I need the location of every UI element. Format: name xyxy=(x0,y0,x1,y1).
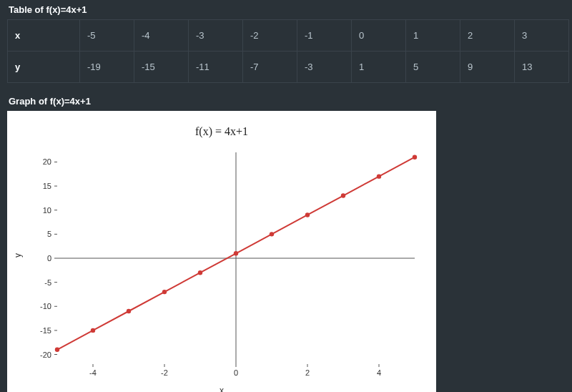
svg-point-37 xyxy=(305,212,310,217)
svg-text:-10: -10 xyxy=(40,302,51,310)
table-cell: 2 xyxy=(460,20,515,52)
table-cell: 13 xyxy=(515,52,569,83)
svg-text:0: 0 xyxy=(47,254,51,263)
svg-text:5: 5 xyxy=(47,230,51,238)
chart-section: Graph of f(x)=4x+1 f(x) = 4x+1 y x -20-1… xyxy=(7,96,569,392)
svg-point-34 xyxy=(198,270,202,275)
svg-text:20: 20 xyxy=(43,157,51,166)
svg-point-30 xyxy=(55,348,59,352)
graph-title: Graph of f(x)=4x+1 xyxy=(9,96,569,107)
svg-text:-2: -2 xyxy=(161,368,168,377)
table-cell: -5 xyxy=(80,20,134,52)
svg-text:10: 10 xyxy=(43,206,51,215)
plot-svg: -20-15-10-505101520-4-2024 xyxy=(57,152,415,364)
table-cell: -11 xyxy=(189,52,243,83)
svg-text:-5: -5 xyxy=(44,278,51,287)
table-cell: 1 xyxy=(406,20,460,52)
svg-point-35 xyxy=(234,251,238,255)
table-cell: -3 xyxy=(189,20,243,52)
table-cell: -7 xyxy=(243,52,297,83)
page-root: Table of f(x)=4x+1 x -5 -4 -3 -2 -1 0 1 … xyxy=(0,0,572,392)
table-cell: 0 xyxy=(352,20,406,52)
row-y-label: y xyxy=(8,52,80,83)
svg-point-39 xyxy=(377,174,381,178)
svg-point-32 xyxy=(127,309,131,313)
y-axis-label: y xyxy=(13,253,23,258)
table-cell: 1 xyxy=(352,52,406,83)
x-axis-label: x xyxy=(7,386,436,392)
table-cell: -15 xyxy=(134,52,189,83)
svg-text:4: 4 xyxy=(377,368,381,377)
table-cell: -4 xyxy=(134,20,189,52)
chart-canvas: f(x) = 4x+1 y x -20-15-10-505101520-4-20… xyxy=(7,111,436,392)
table-cell: -3 xyxy=(297,52,352,83)
table-row: y -19 -15 -11 -7 -3 1 5 9 13 xyxy=(8,52,569,83)
table-cell: 5 xyxy=(406,52,460,83)
svg-text:15: 15 xyxy=(43,182,51,190)
svg-text:2: 2 xyxy=(305,368,310,377)
svg-point-33 xyxy=(162,290,167,294)
function-table: x -5 -4 -3 -2 -1 0 1 2 3 y -19 -15 -11 -… xyxy=(7,19,569,83)
svg-point-40 xyxy=(413,155,417,160)
row-x-label: x xyxy=(8,20,80,52)
table-cell: -1 xyxy=(297,20,352,52)
table-cell: -19 xyxy=(80,52,134,83)
table-cell: 3 xyxy=(515,20,569,52)
chart-title: f(x) = 4x+1 xyxy=(7,125,436,138)
svg-text:0: 0 xyxy=(234,368,238,377)
svg-text:-15: -15 xyxy=(40,326,51,335)
svg-text:-4: -4 xyxy=(89,368,97,377)
svg-point-38 xyxy=(341,193,345,197)
table-cell: -2 xyxy=(243,20,297,52)
table-cell: 9 xyxy=(460,52,515,83)
table-title: Table of f(x)=4x+1 xyxy=(9,4,569,15)
svg-point-31 xyxy=(91,328,95,333)
table-row: x -5 -4 -3 -2 -1 0 1 2 3 xyxy=(8,20,569,52)
svg-point-36 xyxy=(270,232,274,236)
svg-text:-20: -20 xyxy=(40,351,51,359)
